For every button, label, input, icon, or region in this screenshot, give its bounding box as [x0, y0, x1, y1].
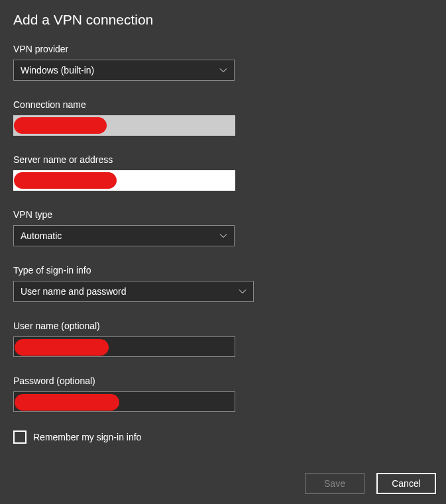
server-address-group: Server name or address — [13, 154, 433, 191]
password-input[interactable] — [13, 391, 235, 412]
connection-name-label: Connection name — [13, 99, 433, 110]
username-input[interactable] — [13, 336, 235, 357]
button-row: Save Cancel — [305, 473, 436, 494]
chevron-down-icon — [239, 287, 247, 295]
page-title: Add a VPN connection — [13, 12, 433, 28]
username-label: User name (optional) — [13, 321, 433, 331]
signin-type-label: Type of sign-in info — [13, 265, 433, 276]
server-address-input[interactable] — [13, 170, 235, 191]
password-group: Password (optional) — [13, 376, 433, 412]
save-button: Save — [305, 473, 364, 494]
vpn-provider-label: VPN provider — [13, 44, 433, 54]
vpn-type-select[interactable]: Automatic — [13, 225, 235, 246]
vpn-provider-group: VPN provider Windows (built-in) — [13, 44, 433, 81]
vpn-provider-value: Windows (built-in) — [21, 65, 94, 76]
vpn-provider-select[interactable]: Windows (built-in) — [13, 60, 235, 81]
signin-type-select[interactable]: User name and password — [13, 281, 254, 302]
server-address-label: Server name or address — [13, 154, 433, 165]
signin-type-group: Type of sign-in info User name and passw… — [13, 265, 433, 302]
connection-name-input[interactable] — [13, 115, 235, 136]
password-label: Password (optional) — [13, 376, 433, 386]
signin-type-value: User name and password — [21, 286, 127, 297]
chevron-down-icon — [219, 66, 227, 74]
remember-signin-checkbox-row[interactable]: Remember my sign-in info — [13, 430, 433, 444]
connection-name-group: Connection name — [13, 99, 433, 136]
remember-signin-checkbox[interactable] — [13, 430, 27, 444]
chevron-down-icon — [219, 232, 227, 240]
vpn-type-label: VPN type — [13, 209, 433, 220]
username-group: User name (optional) — [13, 321, 433, 357]
cancel-button[interactable]: Cancel — [376, 473, 436, 494]
vpn-type-value: Automatic — [21, 230, 62, 241]
redaction-overlay — [15, 394, 119, 411]
redaction-overlay — [15, 339, 109, 356]
vpn-type-group: VPN type Automatic — [13, 209, 433, 246]
remember-signin-label: Remember my sign-in info — [33, 432, 141, 442]
redaction-overlay — [14, 172, 117, 189]
redaction-overlay — [14, 117, 107, 134]
